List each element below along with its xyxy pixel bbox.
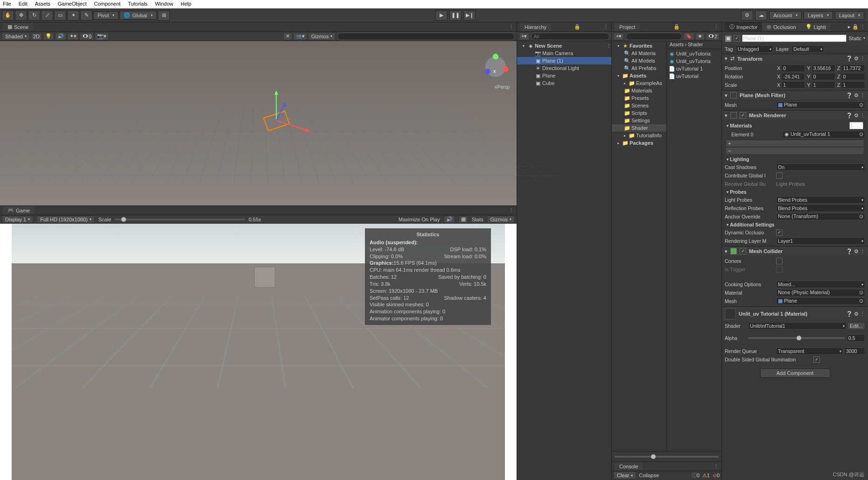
hierarchy-item[interactable]: 📷Main Camera — [517, 49, 611, 57]
transform-header[interactable]: ▾⇄Transform❔ ⚙ ⋮ — [722, 54, 868, 63]
lighting-tab[interactable]: 💡Lighti — [801, 23, 831, 31]
layout-dropdown[interactable]: Layout — [835, 11, 864, 20]
asset-file[interactable]: 📄uvTutorial — [667, 72, 721, 80]
mesh-collider-header[interactable]: ▾Mesh Collider❔ ⚙ ⋮ — [722, 247, 868, 256]
render-queue-dropdown[interactable]: Transparent — [776, 347, 843, 355]
asset-file[interactable]: ◉Unlit_uvTutoria — [667, 57, 721, 65]
shading-mode-dropdown[interactable]: Shaded — [2, 33, 30, 40]
hierarchy-tab[interactable]: Hierarchy — [520, 23, 551, 31]
hierarchy-item[interactable]: ▣Cube — [517, 79, 611, 87]
rendering-layer-dropdown[interactable]: Layer1 — [776, 237, 865, 245]
remove-material-button[interactable]: − — [726, 147, 864, 155]
anchor-override-field[interactable]: None (Transform)⊙ — [776, 213, 865, 220]
object-name-input[interactable] — [742, 35, 847, 42]
folder-item[interactable]: 📁Materials — [612, 87, 666, 94]
material-count-input[interactable] — [849, 122, 863, 129]
pos-x-input[interactable] — [781, 64, 805, 72]
folder-item[interactable]: 📁Presets — [612, 94, 666, 102]
camera-settings-icon[interactable]: 📷▾ — [95, 33, 109, 40]
mute-audio-icon[interactable]: 🔊 — [444, 216, 455, 223]
console-options-icon[interactable]: ⋮ — [714, 463, 719, 469]
menu-help[interactable]: Help — [181, 1, 191, 7]
cooking-options-dropdown[interactable]: Mixed... — [776, 281, 865, 288]
render-queue-input[interactable] — [844, 347, 865, 355]
menu-window[interactable]: Window — [155, 1, 173, 7]
stats-toggle[interactable]: Stats — [472, 217, 483, 222]
material-header[interactable]: Unlit_uv Tutorial 1 (Material)❔ ⚙ ⋮ — [722, 307, 868, 321]
favorite-item[interactable]: 🔍All Materia — [612, 49, 666, 57]
edit-shader-button[interactable]: Edit... — [847, 322, 865, 330]
scale-tool[interactable]: ⤢ — [41, 10, 53, 21]
lock-icon[interactable]: 🔒 — [673, 24, 680, 30]
tag-dropdown[interactable]: Untagged — [736, 45, 773, 53]
error-count[interactable]: ⊘0 — [713, 473, 720, 479]
hierarchy-scene-row[interactable]: ▾◈New Scene⋮ — [517, 42, 611, 49]
menu-component[interactable]: Component — [94, 1, 120, 7]
hierarchy-item[interactable]: ☀Directional Light — [517, 64, 611, 72]
project-breadcrumb[interactable]: Assets › Shader — [667, 41, 721, 49]
shader-dropdown[interactable]: Unlit/infTutorial1 — [748, 322, 847, 330]
favorite-filter-icon[interactable]: ★ — [695, 33, 705, 40]
mesh-field[interactable]: ▦ Plane ⊙ — [776, 101, 865, 109]
layers-dropdown[interactable]: Layers — [804, 11, 833, 20]
rot-x-input[interactable] — [781, 73, 805, 80]
collider-enable-checkbox[interactable] — [740, 248, 746, 254]
play-button[interactable]: ▶ — [435, 10, 448, 21]
display-dropdown[interactable]: Display 1 — [2, 216, 33, 223]
perspective-label[interactable]: ≡Persp — [495, 85, 510, 90]
menu-edit[interactable]: Edit — [19, 1, 28, 7]
project-search-input[interactable] — [626, 33, 682, 40]
folder-item[interactable]: 📁Settings — [612, 117, 666, 124]
occlusion-tab[interactable]: ◎Occlusion — [762, 23, 800, 31]
collider-mesh-field[interactable]: ▦ Plane⊙ — [776, 297, 865, 305]
folder-item[interactable]: 📁Scenes — [612, 102, 666, 109]
packages-folder[interactable]: ▸📁Packages — [612, 139, 666, 147]
scene-gizmo-axes[interactable] — [257, 85, 317, 141]
resolution-dropdown[interactable]: Full HD (1920x1080) — [37, 216, 95, 223]
asset-file[interactable]: ◉Unlit_uvTutoria — [667, 50, 721, 57]
active-checkbox[interactable] — [734, 35, 740, 42]
collapse-toggle[interactable]: Collapse — [639, 473, 659, 478]
pause-button[interactable]: ❚❚ — [449, 10, 462, 21]
hierarchy-item[interactable]: ▣Plane — [517, 72, 611, 79]
physic-material-field[interactable]: None (Physic Material)⊙ — [776, 289, 865, 296]
assets-folder[interactable]: ▾📁Assets — [612, 72, 666, 79]
game-gizmos-dropdown[interactable]: Gizmos — [487, 216, 515, 223]
account-dropdown[interactable]: Account — [769, 11, 802, 20]
fx-toggle-icon[interactable]: ✦▾ — [67, 33, 79, 40]
info-count[interactable]: ⓘ0 — [692, 472, 700, 479]
contribute-gi-checkbox[interactable] — [776, 172, 783, 179]
global-toggle[interactable]: 🌐Global — [119, 11, 157, 20]
pos-z-input[interactable] — [841, 64, 865, 72]
hierarchy-item[interactable]: ▣Plane (1) — [517, 57, 611, 64]
lighting-toggle-icon[interactable]: 💡 — [43, 33, 54, 40]
camera-icon[interactable]: 📹▾ — [293, 33, 307, 40]
element0-field[interactable]: ◉ Unlit_uvTutorial 1⊙ — [783, 131, 865, 138]
project-options-icon[interactable]: ⋮ — [714, 24, 719, 30]
scene-tab[interactable]: ▦Scene — [3, 23, 33, 31]
rot-z-input[interactable] — [841, 73, 865, 80]
scale-y-input[interactable] — [812, 81, 835, 89]
gizmos-dropdown[interactable]: Gizmos — [308, 33, 336, 40]
favorites-folder[interactable]: ▾★Favorites — [612, 42, 666, 49]
pivot-toggle[interactable]: Pivot — [93, 11, 119, 20]
audio-toggle-icon[interactable]: 🔊 — [55, 33, 66, 40]
mesh-filter-header[interactable]: ▾Plane (Mesh Filter)❔ ⚙ ⋮ — [722, 91, 868, 100]
static-dropdown[interactable]: Static — [848, 35, 861, 41]
project-tab[interactable]: Project — [615, 23, 640, 31]
lighting-section[interactable]: Lighting — [725, 155, 865, 163]
clear-button[interactable]: Clear — [614, 472, 636, 479]
scene-options-icon[interactable]: ⋮ — [509, 24, 514, 30]
step-button[interactable]: ▶❙ — [463, 10, 476, 21]
alpha-input[interactable] — [847, 334, 865, 342]
additional-section[interactable]: Additional Settings — [725, 221, 865, 228]
snap-toggle[interactable]: ⊞ — [158, 10, 170, 21]
move-tool[interactable]: ✥ — [15, 10, 27, 21]
scene-search-input[interactable] — [337, 33, 515, 40]
add-component-button[interactable]: Add Component — [760, 368, 830, 378]
folder-item[interactable]: ▸📁ExampleAs — [612, 79, 666, 87]
game-options-icon[interactable]: ⋮ — [509, 207, 514, 213]
pos-y-input[interactable] — [812, 64, 835, 72]
materials-section[interactable]: Materials — [725, 121, 865, 130]
dynamic-occlusion-checkbox[interactable] — [776, 229, 783, 236]
